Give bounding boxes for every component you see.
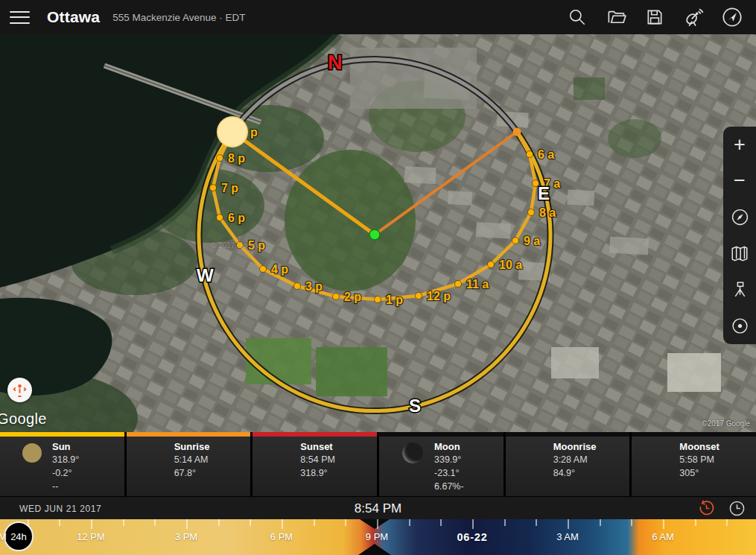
locate-icon[interactable] — [722, 7, 743, 28]
panel-tile-sunrise[interactable]: Sunrise5:14 AM67.8° — [127, 432, 251, 496]
sunpath-time-label: 3 p — [305, 280, 323, 293]
sun-azimuth-line — [232, 132, 375, 235]
timeline-tick — [345, 519, 346, 526]
sunpath-time-label: 2 p — [344, 291, 361, 303]
tile-spacer — [149, 440, 174, 480]
tile-value: 84.9° — [553, 466, 597, 480]
sun-path-curve — [213, 132, 536, 299]
sunpath-time-label: 6 p — [228, 212, 245, 224]
map-attribution: ©2017 Google — [702, 419, 750, 428]
timeline-tick — [123, 519, 124, 526]
tile-value: 3:28 AM — [553, 453, 597, 466]
sunpath-time-label: 4 p — [271, 263, 288, 276]
map-canvas[interactable]: 8 p7 p6 p5 p4 p3 p2 p1 p12 p11 a10 a9 a8… — [0, 34, 756, 432]
date-bar: WED JUN 21 2017 8:54 PM — [0, 496, 756, 520]
sunpath-time-label: 12 p — [427, 290, 451, 302]
sunpath-time-dot — [217, 215, 223, 221]
timeline-tick — [91, 519, 92, 529]
timeline-hour-label: 6 AM — [652, 531, 674, 542]
top-app-bar: Ottawa 555 Mackenzie Avenue · EDT — [0, 0, 756, 34]
timeline-tick — [28, 519, 29, 526]
map-type-icon[interactable] — [728, 242, 751, 264]
sunrise-azimuth-line — [375, 132, 517, 235]
timeline-tick — [282, 519, 283, 529]
location-subtitle: 555 Mackenzie Avenue · EDT — [112, 12, 245, 23]
compass-south-label: S — [409, 396, 421, 416]
sunpath-time-label: 11 a — [466, 278, 489, 291]
reset-time-icon[interactable] — [698, 500, 715, 517]
timeline-tick — [695, 519, 696, 526]
tile-name: Sunrise — [174, 440, 210, 453]
sunpath-time-dot — [375, 296, 381, 303]
timeline-tick — [314, 519, 315, 526]
timeline-hour-label: 3 AM — [556, 531, 579, 542]
compass-mode-icon[interactable] — [728, 206, 751, 229]
satellite-dish-icon[interactable] — [683, 7, 704, 28]
sunpath-time-dot — [217, 155, 223, 162]
panel-tile-moonset[interactable]: Moonset5:58 PM305° — [632, 432, 756, 496]
sunpath-time-label: 10 a — [499, 259, 522, 271]
save-icon[interactable] — [644, 7, 665, 28]
compass-east-label: E — [538, 183, 550, 203]
panel-tile-moon[interactable]: Moon339.9°-23.1°6.67%- — [379, 432, 504, 496]
clock-icon[interactable] — [728, 500, 746, 517]
sunpath-time-dot — [527, 151, 533, 158]
horizon-circle-outline-north — [232, 60, 517, 132]
sunpath-time-label: 8 p — [228, 152, 245, 165]
sunrise-point — [513, 128, 521, 136]
menu-icon[interactable] — [10, 11, 30, 24]
observer-location-dot[interactable] — [369, 229, 380, 240]
compass-west-label: W — [197, 265, 214, 285]
sun-marker[interactable] — [217, 117, 247, 147]
sunpath-time-dot — [294, 283, 301, 290]
center-target-icon[interactable] — [728, 315, 751, 337]
tile-spacer — [528, 440, 553, 480]
timeline-tick — [504, 519, 506, 526]
timeline-mode-button[interactable]: 24h — [4, 521, 34, 551]
sunpath-time-label: 1 p — [386, 294, 403, 306]
tile-spacer — [275, 440, 300, 480]
google-logo: Google — [0, 410, 47, 428]
zoom-in-button[interactable]: + — [728, 133, 751, 156]
timeline-hour-label: 9 PM — [366, 531, 388, 542]
tile-name: Moonset — [679, 440, 719, 453]
tile-value: -- — [52, 480, 79, 493]
tile-value: 5:14 AM — [174, 453, 210, 466]
timeline-tick — [568, 519, 569, 529]
timeline-tick — [409, 519, 410, 526]
panel-tile-sun[interactable]: Sun318.9°-0.2°-- — [0, 432, 124, 496]
streetview-camera-icon[interactable] — [728, 279, 751, 301]
sunpath-time-dot — [528, 209, 535, 216]
zoom-out-button[interactable]: − — [728, 170, 751, 192]
tile-name: Sunset — [300, 440, 335, 453]
tile-spacer — [654, 440, 679, 480]
folder-icon[interactable] — [606, 7, 626, 28]
sunpath-time-label: 7 p — [221, 182, 238, 194]
location-title: Ottawa — [47, 8, 100, 26]
tile-value: -23.1° — [434, 466, 464, 480]
current-time-label: 8:54 PM — [0, 501, 756, 516]
sunpath-time-dot — [260, 266, 267, 273]
map-tool-rail: + − — [723, 127, 756, 344]
pegman-streetview-button[interactable] — [7, 378, 32, 402]
time-slider[interactable]: 24h 9 AM12 PM3 PM6 PM9 PM06-223 AM6 AM — [0, 519, 756, 555]
timeline-tick — [186, 519, 188, 529]
timeline-tick — [726, 519, 728, 526]
sunpath-time-label: 9 a — [524, 235, 540, 247]
panel-tile-sunset[interactable]: Sunset8:54 PM318.9° — [252, 432, 377, 496]
tile-value: 5:58 PM — [679, 453, 719, 466]
timeline-tick — [472, 519, 474, 529]
timeline-tick — [377, 519, 378, 529]
horizon-circle-outline-south — [199, 132, 550, 411]
tile-value: 67.8° — [174, 466, 210, 480]
search-icon[interactable] — [567, 7, 588, 28]
sunpath-time-dot — [455, 281, 462, 288]
tile-value: 339.9° — [434, 453, 464, 466]
timeline-tick — [218, 519, 220, 526]
panel-tile-moonrise[interactable]: Moonrise3:28 AM84.9° — [506, 432, 630, 496]
timeline-tick — [440, 519, 442, 526]
tile-value: 318.9° — [300, 466, 335, 480]
map-attribution-watermark: © 2017 Google — [211, 241, 261, 250]
timeline-tick — [631, 519, 632, 526]
tile-name: Moonrise — [553, 440, 597, 453]
